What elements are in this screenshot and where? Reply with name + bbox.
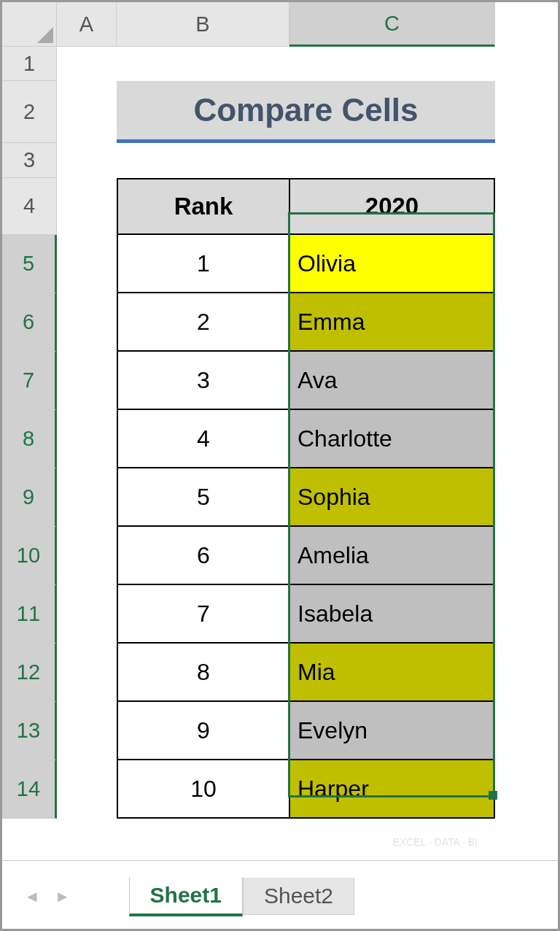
table-row: 4Charlotte bbox=[117, 410, 495, 468]
row-header-8[interactable]: 8 bbox=[2, 410, 57, 468]
sheet-tab-sheet1[interactable]: Sheet1 bbox=[129, 877, 243, 916]
row-header-11[interactable]: 11 bbox=[2, 585, 57, 644]
cell-name[interactable]: Charlotte bbox=[289, 410, 495, 468]
watermark: EXCEL · DATA · BI bbox=[393, 836, 478, 849]
cell-name[interactable]: Ava bbox=[289, 352, 495, 410]
row-header-5[interactable]: 5 bbox=[2, 235, 57, 293]
cell-rank[interactable]: 1 bbox=[117, 235, 289, 293]
select-all-triangle-icon bbox=[37, 27, 53, 43]
row-headers: 1 2 3 4 5 6 7 8 9 10 11 12 13 14 bbox=[2, 47, 57, 819]
column-header-b[interactable]: B bbox=[117, 2, 289, 47]
table-header-row: Rank 2020 bbox=[117, 178, 495, 235]
cell-rank[interactable]: 8 bbox=[117, 644, 289, 702]
cell-name[interactable]: Emma bbox=[289, 293, 495, 352]
cell-rank[interactable]: 4 bbox=[117, 410, 289, 468]
row-header-3[interactable]: 3 bbox=[2, 143, 57, 178]
cell-rank[interactable]: 7 bbox=[117, 585, 289, 644]
spreadsheet-grid: 1 2 3 4 5 6 7 8 9 10 11 12 13 14 A B C C… bbox=[2, 2, 558, 860]
column-header-c[interactable]: C bbox=[289, 2, 495, 47]
row-header-12[interactable]: 12 bbox=[2, 644, 57, 702]
svg-marker-0 bbox=[37, 27, 53, 43]
row-header-1[interactable]: 1 bbox=[2, 47, 57, 81]
row-header-13[interactable]: 13 bbox=[2, 702, 57, 760]
table-row: 2Emma bbox=[117, 293, 495, 352]
row-header-7[interactable]: 7 bbox=[2, 352, 57, 410]
table-row: 1Olivia bbox=[117, 235, 495, 293]
cell-name[interactable]: Sophia bbox=[289, 468, 495, 527]
column-header-a[interactable]: A bbox=[57, 2, 117, 47]
row-header-2[interactable]: 2 bbox=[2, 81, 57, 143]
cell-name[interactable]: Evelyn bbox=[289, 702, 495, 760]
table-row: 9Evelyn bbox=[117, 702, 495, 760]
tab-prev-icon[interactable]: ◄ bbox=[24, 887, 40, 906]
sheet-tabs-bar: ◄ ► Sheet1 Sheet2 bbox=[2, 860, 558, 931]
table-row: 3Ava bbox=[117, 352, 495, 410]
cell-rank[interactable]: 3 bbox=[117, 352, 289, 410]
right-area: A B C Compare Cells Rank 2020 1Olivia2Em… bbox=[57, 2, 558, 860]
cell-name[interactable]: Isabela bbox=[289, 585, 495, 644]
header-year[interactable]: 2020 bbox=[289, 178, 495, 235]
table-row: 5Sophia bbox=[117, 468, 495, 527]
cell-rank[interactable]: 5 bbox=[117, 468, 289, 527]
select-all-corner[interactable] bbox=[2, 2, 57, 47]
table-row: 10Harper bbox=[117, 760, 495, 819]
title-cell[interactable]: Compare Cells bbox=[117, 81, 495, 143]
table-row: 8Mia bbox=[117, 644, 495, 702]
left-column: 1 2 3 4 5 6 7 8 9 10 11 12 13 14 bbox=[2, 2, 57, 860]
cell-rank[interactable]: 10 bbox=[117, 760, 289, 819]
tab-navigation: ◄ ► bbox=[24, 887, 71, 906]
header-rank[interactable]: Rank bbox=[117, 178, 289, 235]
row-header-9[interactable]: 9 bbox=[2, 468, 57, 527]
row-header-4[interactable]: 4 bbox=[2, 178, 57, 235]
row-header-14[interactable]: 14 bbox=[2, 760, 57, 819]
tab-next-icon[interactable]: ► bbox=[55, 887, 71, 906]
row-header-6[interactable]: 6 bbox=[2, 293, 57, 352]
table-row: 6Amelia bbox=[117, 527, 495, 585]
row-header-10[interactable]: 10 bbox=[2, 527, 57, 585]
cells-area[interactable]: Compare Cells Rank 2020 1Olivia2Emma3Ava… bbox=[57, 81, 558, 819]
cell-name[interactable]: Harper bbox=[289, 760, 495, 819]
cell-rank[interactable]: 2 bbox=[117, 293, 289, 352]
table-row: 7Isabela bbox=[117, 585, 495, 644]
sheet-tab-sheet2[interactable]: Sheet2 bbox=[243, 878, 354, 915]
cell-rank[interactable]: 6 bbox=[117, 527, 289, 585]
column-headers: A B C bbox=[57, 2, 558, 47]
cell-rank[interactable]: 9 bbox=[117, 702, 289, 760]
cell-name[interactable]: Amelia bbox=[289, 527, 495, 585]
cell-name[interactable]: Mia bbox=[289, 644, 495, 702]
cell-name[interactable]: Olivia bbox=[289, 235, 495, 293]
